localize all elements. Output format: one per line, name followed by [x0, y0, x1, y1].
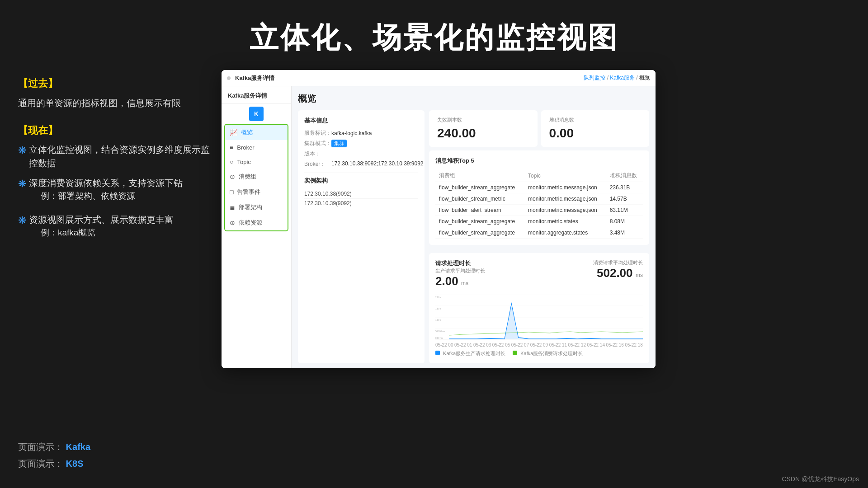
- consumer-unit: ms: [636, 272, 643, 278]
- legend-producer: Kafka服务生产请求处理时长: [435, 350, 505, 357]
- svg-text:1.50 s: 1.50 s: [435, 307, 441, 310]
- col-consumer: 消费组: [435, 169, 524, 182]
- stat-label-failed: 失效副本数: [437, 117, 529, 123]
- alert-icon: □: [230, 188, 233, 196]
- stat-card-failed: 失效副本数 240.00: [429, 110, 538, 147]
- broker-row: Broker： 172.30.10.38:9092;172.30.10.39:9…: [304, 160, 418, 168]
- col-backlog: 堆积消息数: [606, 169, 643, 182]
- service-title: Kafka服务详情: [235, 74, 274, 82]
- topic-icon: ○: [230, 158, 233, 165]
- instance-title: 实例架构: [304, 177, 418, 185]
- consumer-value-block: 消费请求平均处理时长 502.00 ms: [593, 259, 643, 280]
- sidebar-item-deploy[interactable]: ≣ 部署架构: [225, 200, 288, 215]
- producer-unit: ms: [461, 280, 468, 286]
- chart-x-labels: 05-22 00 05-22 01 05-22 03 05-22 05 05-2…: [435, 343, 643, 347]
- ui-body: Kafka服务详情 K 📈 概览 ≡ Broker ○ Topic ⊙: [222, 86, 656, 368]
- table-row: flow_builder_stream_aggregatemonitor.met…: [435, 182, 643, 193]
- legend-consumer: Kafka服务消费请求处理时长: [513, 350, 583, 357]
- basic-info-title: 基本信息: [304, 117, 418, 125]
- top-cards-row: 基本信息 服务标识： kafka-logic.kafka 集群模式： 集群 版本…: [298, 110, 649, 363]
- instance-section: 实例架构 172.30.10.38(9092) 172.30.10.39(909…: [304, 173, 418, 208]
- svg-text:2.00 s: 2.00 s: [435, 296, 441, 299]
- present-label: 【现在】: [18, 124, 217, 137]
- chart-title-block: 请求处理时长 生产请求平均处理时长 2.00 ms: [435, 259, 485, 288]
- consumer-icon: ⊙: [230, 173, 235, 180]
- chart-header: 请求处理时长 生产请求平均处理时长 2.00 ms 消费请求平均处理时长: [435, 259, 643, 288]
- table-card: 消息堆积Top 5 消费组 Topic 堆积消息数 flow_builder_s: [429, 150, 649, 245]
- chart-card: 请求处理时长 生产请求平均处理时长 2.00 ms 消费请求平均处理时长: [429, 253, 649, 363]
- cluster-mode-row: 集群模式： 集群: [304, 140, 418, 147]
- demo-link-kafka: 页面演示： Kafka: [18, 441, 90, 453]
- chart-svg: 2.00 s 1.50 s 1.00 s 500.00 ms 0.00 ms: [435, 295, 643, 340]
- chart-legend: Kafka服务生产请求处理时长 Kafka服务消费请求处理时长: [435, 350, 643, 357]
- star-icon-3: ❋: [18, 213, 26, 228]
- table-title: 消息堆积Top 5: [435, 157, 643, 165]
- watermark: CSDN @优龙科技EasyOps: [782, 475, 859, 483]
- topbar-dot: [227, 76, 231, 80]
- deps-icon: ⊕: [230, 219, 235, 226]
- data-table: 消费组 Topic 堆积消息数 flow_builder_stream_aggr…: [435, 169, 643, 239]
- bullet-2: ❋ 深度消费资源依赖关系，支持资源下钻 例：部署架构、依赖资源: [18, 176, 217, 206]
- sidebar-item-deps[interactable]: ⊕ 依赖资源: [225, 215, 288, 230]
- deploy-icon: ≣: [230, 204, 235, 211]
- producer-value-block: 2.00 ms: [435, 274, 485, 288]
- sidebar: Kafka服务详情 K 📈 概览 ≡ Broker ○ Topic ⊙: [222, 86, 292, 368]
- chart-title: 请求处理时长: [435, 259, 485, 267]
- stat-value-backlog: 0.00: [549, 126, 642, 141]
- col-topic: Topic: [524, 169, 606, 182]
- ui-main: 概览 基本信息 服务标识： kafka-logic.kafka 集群模式： 集群: [292, 86, 656, 368]
- legend-dot-producer: [435, 351, 440, 355]
- table-body: flow_builder_stream_aggregatemonitor.met…: [435, 182, 643, 239]
- breadcrumb: 队列监控 / Kafka服务 / 概览: [584, 74, 650, 82]
- svg-text:1.00 s: 1.00 s: [435, 318, 441, 321]
- page-title: 立体化、场景化的监控视图: [0, 0, 868, 71]
- past-text: 通用的单资源的指标视图，信息展示有限: [18, 96, 217, 110]
- producer-value: 2.00: [435, 274, 458, 288]
- bottom-links: 页面演示： Kafka 页面演示： K8S: [18, 441, 90, 474]
- stats-row: 失效副本数 240.00 堆积消息数 0.00: [429, 110, 649, 147]
- sidebar-item-consumer[interactable]: ⊙ 消费组: [225, 169, 288, 184]
- consumer-value: 502.00: [597, 266, 633, 280]
- ui-panel: Kafka服务详情 队列监控 / Kafka服务 / 概览 Kafka服务详情 …: [222, 70, 656, 368]
- bullet-3: ❋ 资源视图展示方式、展示数据更丰富 例：kafka概览: [18, 213, 217, 243]
- demo-link-k8s: 页面演示： K8S: [18, 458, 90, 470]
- sidebar-item-topic[interactable]: ○ Topic: [225, 155, 288, 169]
- past-label: 【过去】: [18, 77, 217, 90]
- sidebar-item-alert[interactable]: □ 告警事件: [225, 184, 288, 200]
- sidebar-highlight-box: 📈 概览 ≡ Broker ○ Topic ⊙ 消费组 □ 告警事件: [224, 124, 288, 231]
- sidebar-item-overview[interactable]: 📈 概览: [225, 125, 288, 140]
- basic-info-card: 基本信息 服务标识： kafka-logic.kafka 集群模式： 集群 版本…: [298, 110, 425, 363]
- instance-1: 172.30.10.38(9092): [304, 189, 418, 199]
- version-row: 版本：: [304, 150, 418, 158]
- stats-column: 失效副本数 240.00 堆积消息数 0.00 消息堆积Top 5: [429, 110, 649, 363]
- table-row: flow_builder_alert_streammonitor.metric.…: [435, 205, 643, 216]
- service-id-row: 服务标识： kafka-logic.kafka: [304, 129, 418, 137]
- bullet-1: ❋ 立体化监控视图，结合资源实例多维度展示监控数据: [18, 143, 217, 170]
- stat-value-failed: 240.00: [437, 126, 529, 141]
- consumer-label: 消费请求平均处理时长: [593, 259, 643, 266]
- producer-label: 生产请求平均处理时长: [435, 267, 485, 274]
- overview-icon: 📈: [230, 129, 237, 136]
- table-header: 消费组 Topic 堆积消息数: [435, 169, 643, 182]
- sidebar-service-title: Kafka服务详情: [222, 86, 291, 104]
- instance-list: 172.30.10.38(9092) 172.30.10.39(9092): [304, 189, 418, 208]
- table-row: flow_builder_stream_aggregatemonitor.met…: [435, 216, 643, 227]
- table-row: flow_builder_stream_aggregatemonitor.agg…: [435, 227, 643, 239]
- table-row: flow_builder_stream_metricmonitor.metric…: [435, 193, 643, 205]
- svg-text:500.00 ms: 500.00 ms: [435, 329, 445, 333]
- stat-label-backlog: 堆积消息数: [549, 117, 642, 123]
- legend-dot-consumer: [513, 351, 517, 355]
- star-icon-1: ❋: [18, 143, 26, 158]
- left-panel: 【过去】 通用的单资源的指标视图，信息展示有限 【现在】 ❋ 立体化监控视图，结…: [18, 77, 217, 249]
- sidebar-item-broker[interactable]: ≡ Broker: [225, 140, 288, 155]
- main-page-title: 概览: [298, 93, 649, 105]
- star-icon-2: ❋: [18, 176, 26, 191]
- ui-topbar: Kafka服务详情 队列监控 / Kafka服务 / 概览: [222, 70, 656, 86]
- k-icon: K: [249, 107, 264, 121]
- instance-2: 172.30.10.39(9092): [304, 199, 418, 208]
- svg-text:0.00 ms: 0.00 ms: [435, 336, 443, 339]
- stat-card-backlog: 堆积消息数 0.00: [541, 110, 650, 147]
- broker-icon: ≡: [230, 144, 233, 151]
